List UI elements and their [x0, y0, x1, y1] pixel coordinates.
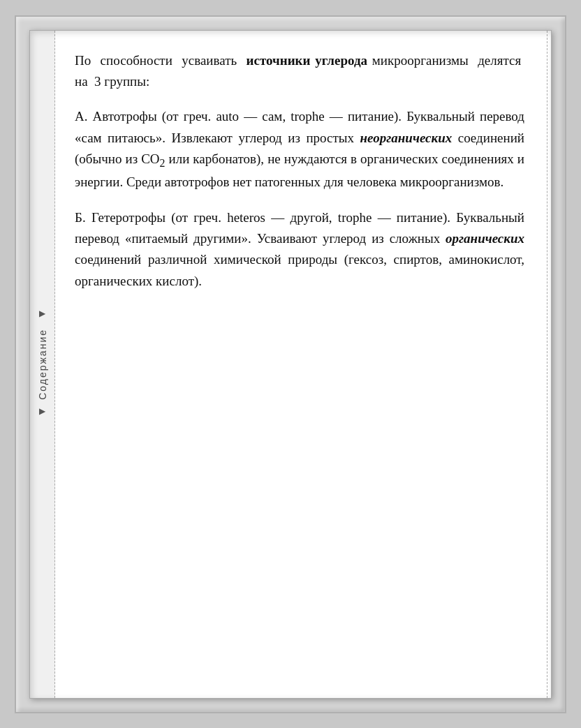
bold-sources: источники углерода	[247, 53, 368, 68]
paragraph-heterotrophs: Б. Гетеротрофы (от греч. heteros — друго…	[75, 207, 524, 292]
section-a-label: А.	[75, 109, 93, 124]
sidebar-label: Содержание	[37, 329, 48, 400]
arrow-down-icon[interactable]: ▶	[39, 406, 45, 417]
inorganic-bold: неорганических	[360, 131, 453, 145]
paragraph-intro: По способности усваивать источники углер…	[75, 50, 524, 93]
arrow-up-icon[interactable]: ▶	[39, 309, 45, 319]
section-b-label: Б.	[75, 210, 91, 225]
right-border	[547, 31, 551, 698]
outer-frame: ▶ Содержание ▶ По способности усваивать …	[15, 15, 566, 713]
organic-bold: органических	[446, 231, 524, 246]
inner-frame: ▶ Содержание ▶ По способности усваивать …	[29, 30, 552, 699]
main-content: По способности усваивать источники углер…	[55, 31, 547, 698]
heterotrophs-text2: соединений различной химической природы …	[75, 252, 524, 288]
intro-text-before: По способности усваивать	[75, 53, 247, 68]
paragraph-autotrophs: А. Автотрофы (от греч. auto — сам, troph…	[75, 106, 524, 193]
sidebar: ▶ Содержание ▶	[30, 31, 55, 698]
